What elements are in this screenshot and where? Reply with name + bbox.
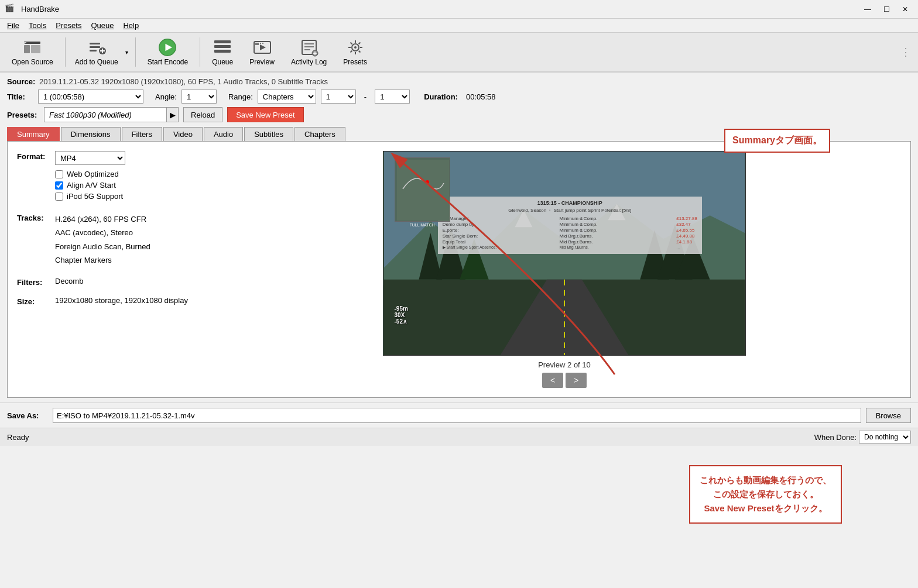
stat-type-1: Minimum d.Comp. xyxy=(559,216,673,221)
title-select[interactable]: 1 (00:05:58) xyxy=(38,90,143,104)
status-bar: Ready When Done: Do nothing xyxy=(0,428,918,446)
presets-toolbar-label: Presets xyxy=(343,58,367,66)
close-button[interactable]: ✕ xyxy=(897,3,913,16)
svg-rect-7 xyxy=(90,50,97,51)
when-done-group: When Done: Do nothing xyxy=(814,431,911,443)
stat-label-3: E.porte: xyxy=(443,228,556,233)
range-select[interactable]: Chapters xyxy=(258,90,316,104)
chapter-end-select[interactable]: 1 xyxy=(375,90,410,104)
activity-log-icon xyxy=(300,38,318,57)
svg-marker-17 xyxy=(260,44,266,50)
format-label: Format: xyxy=(17,151,55,161)
queue-icon xyxy=(213,38,232,57)
svg-rect-5 xyxy=(90,43,100,44)
angle-label: Angle: xyxy=(155,92,177,101)
tab-audio[interactable]: Audio xyxy=(204,127,243,141)
angle-select[interactable]: 1 xyxy=(181,90,217,104)
source-value: 2019.11.21-05.32 1920x1080 (1920x1080), … xyxy=(39,77,328,86)
left-panel: Format: MP4 Web Optimized Align A/V Star… xyxy=(17,151,216,388)
minimize-button[interactable]: — xyxy=(859,3,876,16)
tracks-label: Tracks: xyxy=(17,212,55,222)
svg-rect-0 xyxy=(24,42,40,44)
race-overlay: 1315:15 - CHAMPIONSHIP Glenwold, Season … xyxy=(438,197,702,254)
annotation-box-1: Summaryタブ画面。 xyxy=(724,129,830,153)
range-label: Range: xyxy=(228,92,253,101)
preview-label: Preview 2 of 10 xyxy=(538,360,591,369)
stat-val-4: £4.49.88 xyxy=(676,233,697,239)
ipod-checkbox[interactable] xyxy=(55,192,63,201)
svg-rect-20 xyxy=(262,43,263,44)
presets-icon xyxy=(346,38,365,57)
browse-button[interactable]: Browse xyxy=(866,408,911,423)
menu-help[interactable]: Help xyxy=(118,20,143,31)
stat-val-2: £32.47 xyxy=(676,222,697,227)
start-encode-icon xyxy=(158,38,177,57)
svg-line-37 xyxy=(350,51,352,53)
annotation-box2-line1: これからも動画編集を行うので、 xyxy=(700,473,831,487)
filters-label: Filters: xyxy=(17,277,55,287)
stat-label-6: ▶ Start Single Sport Absence: xyxy=(443,245,556,250)
svg-rect-51 xyxy=(397,160,449,221)
align-av-row: Align A/V Start xyxy=(55,181,216,190)
resize-grip: ⋮ xyxy=(900,46,913,59)
svg-rect-13 xyxy=(214,40,231,43)
content-panel: Format: MP4 Web Optimized Align A/V Star… xyxy=(7,141,911,398)
preview-button[interactable]: Preview xyxy=(242,35,282,69)
tab-chapters[interactable]: Chapters xyxy=(294,127,345,141)
web-optimized-checkbox[interactable] xyxy=(55,170,63,178)
filters-value: Decomb xyxy=(55,277,216,286)
presets-combo[interactable]: Fast 1080p30 (Modified) ▶ xyxy=(44,107,179,122)
main-content: Source: 2019.11.21-05.32 1920x1080 (1920… xyxy=(0,73,918,403)
toolbar-divider-3 xyxy=(200,37,200,67)
chapter-start-select[interactable]: 1 xyxy=(321,90,356,104)
menu-file[interactable]: File xyxy=(2,20,24,31)
start-encode-button[interactable]: Start Encode xyxy=(141,35,195,69)
source-row: Source: 2019.11.21-05.32 1920x1080 (1920… xyxy=(7,77,911,86)
add-to-queue-button[interactable]: Add to Queue xyxy=(70,35,123,69)
stat-label-4: Star Single Born: xyxy=(443,233,556,239)
open-source-button[interactable]: Open Source xyxy=(5,35,60,69)
activity-log-label: Activity Log xyxy=(291,58,327,66)
save-new-preset-button[interactable]: Save New Preset xyxy=(227,107,303,122)
tab-dimensions[interactable]: Dimensions xyxy=(61,127,121,141)
stat-val-6: ... xyxy=(676,245,697,250)
format-row: Format: MP4 Web Optimized Align A/V Star… xyxy=(17,151,216,203)
race-sub: Glenwold, Season ・ Start jump point Spri… xyxy=(443,207,697,214)
track-4: Chapter Markers xyxy=(55,253,216,267)
svg-point-52 xyxy=(426,180,429,184)
tab-video[interactable]: Video xyxy=(163,127,203,141)
add-to-queue-dropdown[interactable]: ▾ xyxy=(123,35,131,69)
tab-filters[interactable]: Filters xyxy=(122,127,162,141)
svg-point-29 xyxy=(354,46,357,49)
open-source-label: Open Source xyxy=(12,58,53,66)
stat-type-5: Mid Brg.r.Burns. xyxy=(559,239,673,245)
save-as-input[interactable] xyxy=(53,408,861,423)
save-as-label: Save As: xyxy=(7,411,48,420)
reload-button[interactable]: Reload xyxy=(183,107,222,122)
toolbar-divider-2 xyxy=(135,37,136,67)
when-done-select[interactable]: Do nothing xyxy=(859,431,911,443)
tab-subtitles[interactable]: Subtitles xyxy=(244,127,293,141)
add-to-queue-label: Add to Queue xyxy=(75,58,118,66)
ipod-label: iPod 5G Support xyxy=(67,192,123,201)
menu-presets[interactable]: Presets xyxy=(51,20,86,31)
align-av-checkbox[interactable] xyxy=(55,181,63,190)
chapter-dash: - xyxy=(361,92,370,101)
queue-button[interactable]: Queue xyxy=(205,35,240,69)
app-title: HandBrake xyxy=(21,5,59,13)
presets-button[interactable]: Presets xyxy=(336,35,374,69)
menu-queue[interactable]: Queue xyxy=(86,20,118,31)
maximize-button[interactable]: ☐ xyxy=(878,3,895,16)
format-select[interactable]: MP4 xyxy=(55,151,125,165)
preview-next-button[interactable]: > xyxy=(566,373,587,388)
hud-speed: 30X xyxy=(395,312,408,318)
tab-summary[interactable]: Summary xyxy=(7,127,60,141)
stat-val-1: £13.27.88 xyxy=(676,216,697,221)
preset-dropdown-arrow[interactable]: ▶ xyxy=(166,108,178,122)
window-controls: — ☐ ✕ xyxy=(859,3,913,16)
preview-prev-button[interactable]: < xyxy=(542,373,563,388)
toolbar: Open Source Add to Queue ▾ xyxy=(0,33,918,73)
activity-log-button[interactable]: Activity Log xyxy=(284,35,334,69)
menu-tools[interactable]: Tools xyxy=(24,20,51,31)
tracks-value: H.264 (x264), 60 FPS CFR AAC (avcodec), … xyxy=(55,212,216,267)
